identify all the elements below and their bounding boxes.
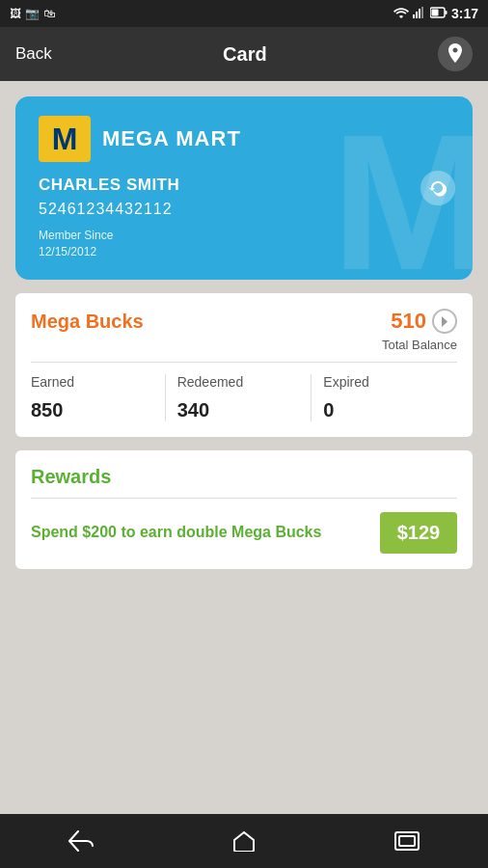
svg-rect-8 <box>399 836 415 846</box>
wifi-icon <box>393 7 409 21</box>
svg-rect-1 <box>416 12 418 18</box>
balance-detail-button[interactable] <box>432 309 457 334</box>
rewards-panel: Rewards Spend $200 to earn double Mega B… <box>15 450 473 569</box>
earned-label: Earned <box>31 374 153 390</box>
camera-icon: 📷 <box>25 7 40 20</box>
loyalty-card: M M MEGA MART CHARLES SMITH 524612344321… <box>15 96 473 280</box>
mega-bucks-header: Mega Bucks 510 <box>31 309 457 334</box>
total-balance-label: Total Balance <box>31 338 457 352</box>
svg-rect-3 <box>421 7 423 18</box>
location-button[interactable] <box>438 37 473 71</box>
recents-nav-button[interactable] <box>378 822 436 860</box>
expired-value: 0 <box>323 399 446 421</box>
bucks-earned-col: Earned 850 <box>31 374 166 421</box>
redeemed-value: 340 <box>177 399 300 421</box>
back-button[interactable]: Back <box>15 44 52 64</box>
mega-bucks-panel: Mega Bucks 510 Total Balance Earned 850 … <box>15 293 473 437</box>
home-nav-button[interactable] <box>215 822 273 860</box>
bucks-expired-col: Expired 0 <box>312 374 457 421</box>
bucks-divider <box>31 362 457 363</box>
page-title: Card <box>223 43 267 66</box>
reward-description: Spend $200 to earn double Mega Bucks <box>31 523 368 543</box>
back-nav-button[interactable] <box>52 822 110 860</box>
refresh-button[interactable] <box>420 171 455 205</box>
battery-icon <box>430 7 447 21</box>
earned-value: 850 <box>31 399 153 421</box>
top-nav: Back Card <box>0 27 488 81</box>
gallery-icon: 🖼 <box>10 7 21 20</box>
status-time: 3:17 <box>451 6 478 21</box>
mega-bucks-title: Mega Bucks <box>31 311 144 333</box>
svg-rect-0 <box>413 14 415 18</box>
status-right-icons: 3:17 <box>393 6 478 21</box>
rewards-title: Rewards <box>31 466 457 488</box>
balance-row: 510 <box>391 309 457 334</box>
svg-rect-6 <box>445 11 447 14</box>
reward-value-badge[interactable]: $129 <box>380 512 457 554</box>
redeemed-label: Redeemed <box>177 374 300 390</box>
bottom-nav <box>0 814 488 868</box>
svg-rect-2 <box>419 9 420 18</box>
signal-icon <box>413 7 426 21</box>
main-content: M M MEGA MART CHARLES SMITH 524612344321… <box>0 81 488 814</box>
card-store-name: MEGA MART <box>102 126 241 151</box>
bag-icon: 🛍 <box>43 7 55 20</box>
reward-item: Spend $200 to earn double Mega Bucks $12… <box>31 512 457 554</box>
bucks-redeemed-col: Redeemed 340 <box>166 374 312 421</box>
balance-value: 510 <box>391 309 426 334</box>
status-bar: 🖼 📷 🛍 3:17 <box>0 0 488 27</box>
status-left-icons: 🖼 📷 🛍 <box>10 7 55 20</box>
bucks-table: Earned 850 Redeemed 340 Expired 0 <box>31 374 457 421</box>
expired-label: Expired <box>323 374 446 390</box>
card-logo: M <box>39 116 91 162</box>
svg-rect-5 <box>431 9 438 15</box>
rewards-divider <box>31 498 457 499</box>
